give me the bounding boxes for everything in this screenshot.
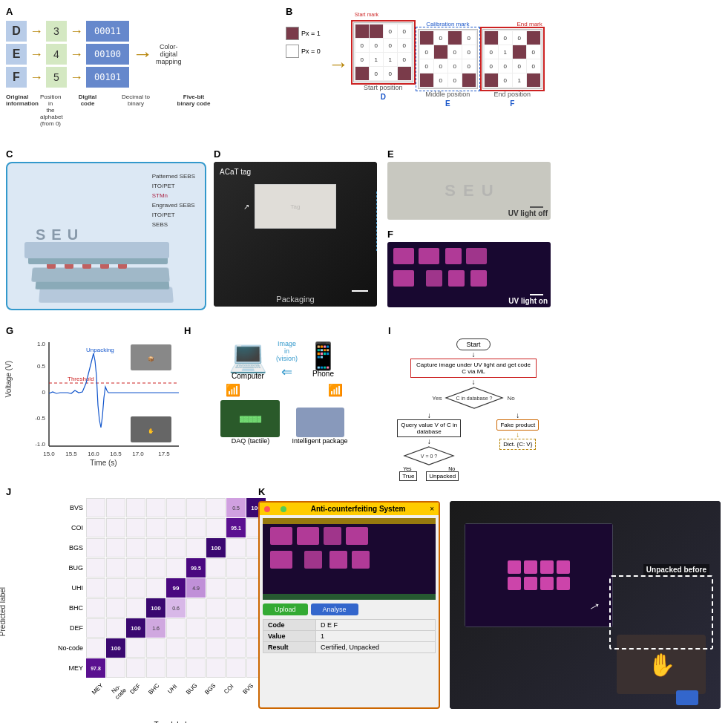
cm-rl-bug: BUG bbox=[50, 558, 86, 578]
fake-label: Fake product bbox=[500, 422, 535, 428]
panel-c: C S E U bbox=[6, 148, 210, 315]
panel-f-label: F bbox=[387, 229, 393, 240]
uv-block-3 bbox=[445, 248, 462, 264]
svg-text:17.5: 17.5 bbox=[158, 451, 170, 457]
no-v: No bbox=[448, 466, 455, 471]
panel-h-label: H bbox=[184, 325, 191, 336]
computer-label: Computer bbox=[232, 372, 264, 380]
app-title-bar: Anti-counterfeiting System × bbox=[260, 503, 439, 515]
end-mark-annot: End mark bbox=[482, 21, 542, 27]
cm-rl-def: DEF bbox=[50, 618, 86, 638]
yes-v: Yes bbox=[403, 466, 411, 471]
middle-grid: 00 000 0000 00 bbox=[418, 29, 478, 89]
acat-tag: Tag bbox=[255, 184, 336, 229]
query-box: Query value V of C indatabase bbox=[397, 419, 461, 437]
phone-label: Phone bbox=[312, 370, 334, 378]
uv-block-8 bbox=[470, 270, 487, 287]
end-position: End mark 00 010 0000 01 End position F bbox=[482, 21, 542, 108]
mapping-label: Color-digitalmapping bbox=[156, 43, 182, 65]
panel-j: J Predicted label BVS COI BGS BUG UHI BH… bbox=[6, 486, 255, 716]
cm-rl-uhi: UHI bbox=[50, 578, 86, 598]
fake-box: Fake product bbox=[496, 419, 539, 431]
analyse-button[interactable]: Analyse bbox=[311, 603, 358, 615]
value-label-cell: Value bbox=[263, 631, 316, 642]
table-row-code: Code D E F bbox=[263, 620, 436, 631]
code-value-cell: D E F bbox=[315, 620, 435, 631]
flow-start-wrapper: Start bbox=[388, 338, 559, 350]
graph-svg: 1.0 0.5 0 -0.5 -1.0 15.0 15.5 16.0 16.5 … bbox=[27, 338, 183, 457]
dot-green bbox=[281, 506, 286, 512]
diamond-2: V = 0 ? bbox=[403, 445, 455, 466]
svg-text:15.0: 15.0 bbox=[43, 451, 55, 457]
px0-item: Px = 0 bbox=[286, 45, 321, 58]
panel-a-col-labels: Originalinformation Position inthe alpha… bbox=[6, 94, 281, 127]
cm-rl-nocode: No-code bbox=[50, 638, 86, 658]
phone-section: 📱 Phone bbox=[306, 343, 340, 378]
f-label: F bbox=[510, 99, 514, 108]
middle-position: Calibration mark 00 000 0000 00 Middle p… bbox=[418, 21, 478, 108]
scale-bar-e bbox=[530, 206, 543, 208]
upload-button[interactable]: Upload bbox=[263, 603, 308, 615]
packaging-label: Packaging bbox=[276, 295, 314, 304]
svg-text:C in database ?: C in database ? bbox=[456, 396, 493, 401]
px1-label: Px = 1 bbox=[301, 30, 321, 37]
y-axis-label: Voltage (V) bbox=[4, 361, 13, 397]
cm-col-labels: MEY No-code DEF BHC UHI BUG BGS COI BVS bbox=[86, 679, 255, 700]
cm-cl-bug: BUG bbox=[183, 680, 205, 702]
layer-labels: Patterned SEBS ITO/PET STMn Engraved SEB… bbox=[152, 173, 195, 228]
close-x: × bbox=[430, 505, 434, 513]
cm-cl-nocode: No-code bbox=[108, 680, 130, 702]
branch-arrow-yes: ↓ bbox=[427, 411, 431, 419]
svg-text:16.5: 16.5 bbox=[110, 451, 122, 457]
uv-block-7 bbox=[448, 270, 465, 287]
start-mark-annotation: Start mark bbox=[355, 12, 378, 17]
scale-bar-d bbox=[352, 290, 368, 292]
scale-bar-f bbox=[530, 294, 543, 295]
image-arrow: Imagein(vision) ⇐ bbox=[276, 340, 298, 380]
label-fivebit: Five-bitbinary code bbox=[168, 94, 220, 127]
start-grid: 00 0000 0110 00 bbox=[353, 22, 413, 82]
label-sebs: SEBS bbox=[152, 221, 195, 228]
end-grid: 00 010 0000 01 bbox=[482, 29, 542, 89]
cm-row-labels: BVS COI BGS BUG UHI BHC DEF No-code MEY bbox=[50, 498, 86, 678]
panel-c-content: S E U Patterned SEBS ITO/PET STMn Engrav… bbox=[6, 162, 206, 310]
cm-cl-uhi: UHI bbox=[164, 680, 186, 702]
diamond-1: C in database ? bbox=[445, 386, 504, 410]
flow-step1: Capture image under UV light and get cod… bbox=[410, 359, 537, 378]
k-dashed-box bbox=[609, 575, 713, 650]
panel-b-label: B bbox=[286, 6, 292, 17]
result-value-cell: Certified, Unpacked bbox=[315, 642, 435, 653]
h-bottom-row: ▓▓▓▓▓ DAQ (tactile) Intelligent package bbox=[220, 400, 347, 445]
label-ito-pet-1: ITO/PET bbox=[152, 183, 195, 189]
uv-block-4 bbox=[466, 248, 487, 264]
result-label-cell: Result bbox=[263, 642, 316, 653]
panel-i: I Start ↓ Capture image under UV light a… bbox=[388, 325, 559, 481]
cm-rows-wrapper: BVS COI BGS BUG UHI BHC DEF No-code MEY bbox=[50, 498, 255, 678]
k-uv-device bbox=[676, 690, 698, 705]
svg-text:Threshold: Threshold bbox=[68, 376, 94, 382]
letter-e: E bbox=[6, 44, 27, 65]
layer-ito-2 bbox=[36, 281, 170, 289]
pkg-visual bbox=[296, 408, 344, 437]
binary-00100: 00100 bbox=[86, 44, 129, 65]
panel-f: F UV light on bbox=[387, 229, 554, 314]
app-title: Anti-counterfeiting System bbox=[311, 505, 406, 513]
number-3: 3 bbox=[46, 21, 67, 42]
middle-position-label: Middle position bbox=[425, 91, 470, 98]
flow-arrow-1: ↓ bbox=[388, 350, 559, 359]
uv-off-label: UV light off bbox=[508, 209, 548, 217]
dict-box: Dict. {C: V} bbox=[499, 439, 536, 450]
x-axis-label: Time (s) bbox=[27, 459, 180, 467]
panel-d-photo: Tag ACaT tag ↗ Packaging bbox=[214, 162, 377, 307]
cm-rl-bhc: BHC bbox=[50, 598, 86, 618]
start-position: 00 0000 0110 00 Start mark Start positio… bbox=[353, 21, 413, 101]
px0-label: Px = 0 bbox=[301, 48, 321, 55]
binary-00011: 00011 bbox=[86, 21, 129, 42]
e-label: E bbox=[445, 99, 450, 108]
start-position-label: Start position bbox=[364, 84, 403, 91]
cm-cl-def: DEF bbox=[126, 680, 148, 702]
cm-container: BVS COI BGS BUG UHI BHC DEF No-code MEY bbox=[50, 498, 255, 723]
value-value-cell: 1 bbox=[315, 631, 435, 642]
panel-g-label: G bbox=[6, 325, 13, 336]
cm-rl-mey: MEY bbox=[50, 658, 86, 678]
